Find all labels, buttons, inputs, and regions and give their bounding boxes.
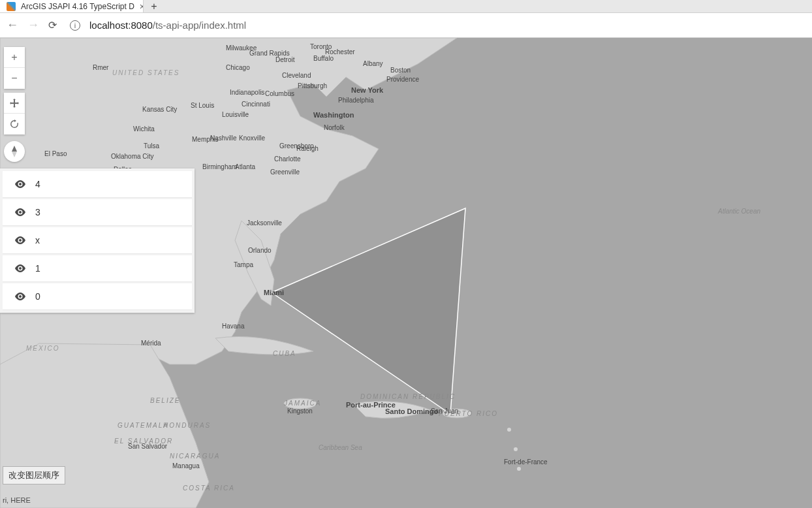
layer-list-widget: 4 3 x 1 0 — [0, 168, 195, 313]
rotate-button[interactable] — [4, 114, 25, 135]
layer-item[interactable]: 4 — [3, 171, 192, 198]
browser-tab[interactable]: ArcGIS JSAPI 4.16 TypeScript D × — [0, 0, 144, 12]
address-bar: ← → ⟳ i localhost:8080/ts-api-app/index.… — [0, 13, 812, 38]
change-layer-order-button[interactable]: 改变图层顺序 — [3, 466, 65, 484]
svg-point-8 — [19, 239, 22, 242]
svg-point-5 — [517, 467, 521, 471]
forward-button[interactable]: → — [27, 18, 39, 32]
layer-item[interactable]: 0 — [3, 283, 192, 310]
layer-label: 3 — [35, 207, 40, 217]
back-button[interactable]: ← — [7, 18, 18, 32]
svg-point-9 — [19, 267, 22, 270]
svg-point-1 — [284, 398, 317, 409]
layer-label: 4 — [35, 179, 40, 189]
zoom-in-button[interactable]: + — [4, 47, 25, 68]
visibility-icon[interactable] — [14, 293, 26, 300]
visibility-icon[interactable] — [14, 180, 26, 188]
layer-label: 1 — [35, 263, 40, 274]
pan-button[interactable] — [4, 93, 25, 114]
url-text[interactable]: localhost:8080/ts-api-app/index.html — [89, 20, 246, 31]
zoom-controls: + − — [4, 47, 25, 89]
visibility-icon[interactable] — [14, 236, 26, 244]
layer-label: x — [35, 235, 40, 246]
zoom-out-button[interactable]: − — [4, 68, 25, 89]
svg-point-4 — [514, 447, 518, 451]
favicon — [7, 2, 16, 11]
layer-item[interactable]: x — [3, 227, 192, 254]
site-info-icon[interactable]: i — [70, 20, 80, 31]
reload-button[interactable]: ⟳ — [48, 19, 57, 31]
rotate-icon — [9, 119, 20, 129]
new-tab-button[interactable]: + — [144, 0, 164, 12]
attribution-text: ri, HERE — [3, 496, 31, 504]
pan-icon — [9, 98, 20, 108]
layer-item[interactable]: 1 — [3, 255, 192, 282]
svg-point-7 — [19, 211, 22, 214]
navigation-controls — [4, 93, 25, 135]
svg-point-6 — [19, 183, 22, 185]
layer-label: 0 — [35, 291, 40, 302]
svg-point-3 — [507, 428, 511, 432]
map-view[interactable]: UNITED STATES MEXICO CUBA BELIZE GUATEMA… — [0, 38, 812, 508]
visibility-icon[interactable] — [14, 264, 26, 272]
layer-item[interactable]: 3 — [3, 199, 192, 226]
tab-title: ArcGIS JSAPI 4.16 TypeScript D — [21, 2, 134, 11]
svg-point-10 — [19, 295, 22, 298]
compass-button[interactable] — [4, 141, 25, 162]
visibility-icon[interactable] — [14, 208, 26, 216]
browser-tab-strip: ArcGIS JSAPI 4.16 TypeScript D × + — [0, 0, 812, 13]
compass-icon — [10, 146, 19, 157]
